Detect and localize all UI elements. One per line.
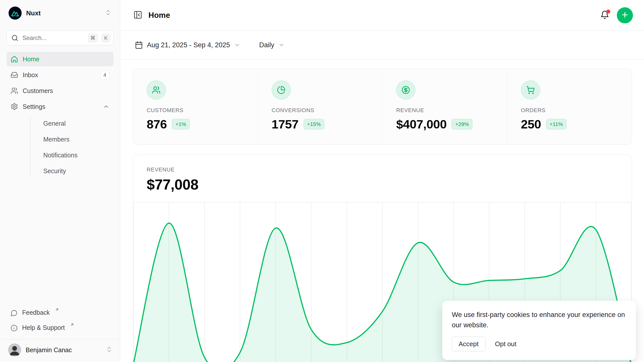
dollar-circle-icon [396,80,415,100]
stat-delta-badge: +29% [452,119,472,129]
sidebar-item-members[interactable]: Members [7,131,113,147]
chevron-down-icon [234,42,240,48]
sidebar-item-feedback[interactable]: Feedback [7,306,113,321]
stat-delta-badge: +1% [172,119,190,129]
sub-item-label: General [43,120,66,127]
sub-item-label: Notifications [43,152,77,159]
chevrons-up-down-icon [105,9,111,17]
granularity-select[interactable]: Daily [258,41,286,49]
stat-delta-badge: +15% [304,119,324,129]
add-button[interactable] [617,7,633,23]
cookie-banner: We use first-party cookies to enhance yo… [442,301,636,360]
sidebar-item-notifications[interactable]: Notifications [7,147,113,163]
sidebar-item-security[interactable]: Security [7,163,113,179]
inbox-icon [11,71,18,79]
revenue-chart-header: REVENUE $77,008 [133,155,632,193]
workspace-name: Nuxt [26,9,100,17]
footer-item-label: Help & Support [22,324,65,331]
revenue-chart-total: $77,008 [147,176,632,193]
kbd-k: K [102,34,110,42]
chevron-up-icon [103,103,109,110]
plus-icon [621,11,629,20]
info-circle-icon [11,325,18,332]
notifications-button[interactable] [600,10,609,20]
stat-label: CONVERSIONS [272,107,383,114]
gear-icon [11,103,18,110]
chevrons-up-down-icon [106,346,112,354]
stats-row: CUSTOMERS 876 +1% CONVERSIONS 1757 +15% [133,69,632,145]
accept-button[interactable]: Accept [452,337,486,351]
avatar [8,343,21,356]
page-title: Home [148,11,170,20]
stat-label: CUSTOMERS [147,107,258,114]
kbd-cmd: ⌘ [88,34,98,42]
panel-left-close-icon [133,10,142,20]
cookie-actions: Accept Opt out [452,337,626,351]
sidebar-item-label: Settings [23,103,45,110]
settings-subnav: General Members Notifications Security [7,116,113,179]
pie-chart-icon [272,80,291,100]
calendar-icon [135,41,143,49]
stat-value: 250 [521,117,541,131]
sidebar-spacer [7,179,113,306]
filters-toolbar: Aug 21, 2025 - Sep 4, 2025 Daily [120,31,644,60]
home-icon [11,55,18,63]
sidebar-item-label: Customers [23,87,53,95]
sidebar-item-general[interactable]: General [7,116,113,131]
cookie-message: We use first-party cookies to enhance yo… [452,310,626,330]
sidebar-item-help-support[interactable]: Help & Support [7,321,113,336]
footer-item-label: Feedback [22,309,50,316]
stat-card-conversions[interactable]: CONVERSIONS 1757 +15% [258,69,383,144]
users-icon [147,80,166,100]
granularity-label: Daily [259,41,274,49]
sidebar-item-inbox[interactable]: Inbox 4 [7,68,113,82]
date-range-label: Aug 21, 2025 - Sep 4, 2025 [147,41,230,49]
stat-label: REVENUE [396,107,507,114]
search-placeholder: Search... [22,34,84,41]
stat-delta-badge: +11% [546,119,567,129]
sub-item-label: Security [43,167,66,175]
users-icon [11,87,18,95]
search-icon [11,34,18,41]
sidebar-item-customers[interactable]: Customers [7,83,113,98]
search-input[interactable]: Search... ⌘ K [7,31,113,45]
topbar-actions [600,7,633,23]
cart-icon [521,80,540,100]
stat-card-customers[interactable]: CUSTOMERS 876 +1% [133,69,258,144]
stat-label: ORDERS [521,107,632,114]
stat-value: 876 [147,117,167,131]
stat-card-orders[interactable]: ORDERS 250 +11% [507,69,632,144]
user-menu[interactable]: Benjamin Canac [0,339,120,360]
topbar: Home [120,0,644,31]
collapse-sidebar-button[interactable] [133,10,142,20]
sidebar-item-home[interactable]: Home [7,52,113,66]
user-name: Benjamin Canac [26,346,101,354]
external-link-icon [70,323,74,327]
stat-card-revenue[interactable]: REVENUE $407,000 +29% [382,69,507,144]
external-link-icon [55,307,59,312]
date-range-picker[interactable]: Aug 21, 2025 - Sep 4, 2025 [133,41,242,49]
stat-value: 1757 [272,117,299,131]
sub-item-label: Members [43,136,69,143]
sidebar: Nuxt Search... ⌘ K Home [0,0,120,362]
workspace-switcher[interactable]: Nuxt [7,6,113,21]
opt-out-button[interactable]: Opt out [495,340,516,348]
unread-dot [606,10,610,14]
chevron-down-icon [278,42,285,48]
inbox-count-badge: 4 [100,70,109,80]
nuxt-logo-icon [9,7,22,20]
sidebar-item-label: Inbox [23,71,38,79]
sidebar-item-settings[interactable]: Settings [7,99,113,114]
message-circle-icon [11,309,18,316]
stat-value: $407,000 [396,117,447,131]
sidebar-item-label: Home [23,56,39,63]
revenue-chart-label: REVENUE [147,166,632,173]
sidebar-nav: Home Inbox 4 Customers Settings [7,52,113,179]
